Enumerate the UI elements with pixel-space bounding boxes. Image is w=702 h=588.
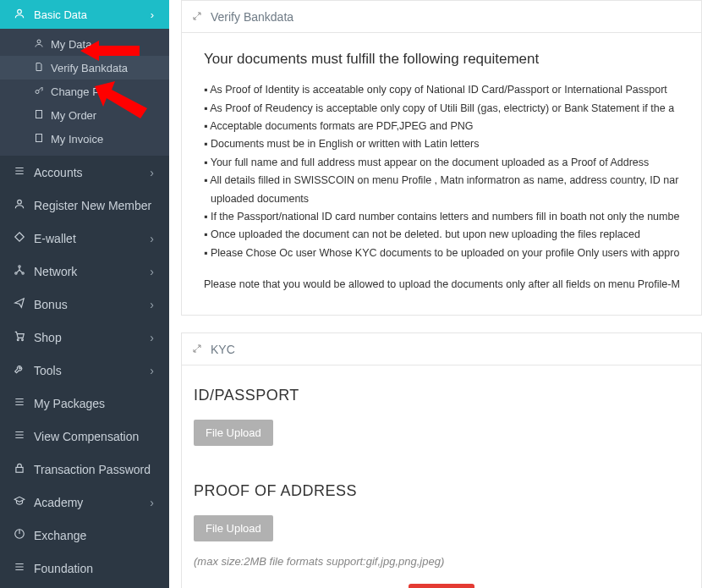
chevron-right-icon: › (150, 265, 154, 278)
panel-title: KYC (211, 343, 235, 356)
file-upload-button-id[interactable]: File Upload (194, 420, 273, 446)
svg-rect-4 (36, 134, 42, 141)
svg-point-0 (18, 9, 22, 14)
requirement-item: If the Passport/national ID card number … (204, 209, 679, 225)
list-icon (12, 165, 27, 179)
sidebar-item-bonus[interactable]: Bonus › (0, 288, 169, 321)
sidebar-item-transaction-password[interactable]: Transaction Password (0, 453, 169, 486)
sidebar-sub-my-data[interactable]: My Data (0, 32, 169, 56)
panel-body: ID/PASSPORT File Upload PROOF OF ADDRESS… (182, 365, 701, 588)
svg-rect-11 (16, 467, 23, 472)
sidebar-item-network[interactable]: Network › (0, 255, 169, 288)
chevron-right-icon: › (150, 232, 154, 245)
sidebar-sub-my-order[interactable]: My Order (0, 103, 169, 127)
user-icon (12, 8, 27, 22)
document-icon (32, 62, 46, 74)
document-icon (32, 133, 46, 146)
sidebar-item-label: Shop (34, 331, 62, 344)
panel-header: Verify Bankdata (182, 1, 701, 33)
user-icon (12, 198, 27, 212)
panel-header: KYC (182, 333, 701, 365)
user-icon (32, 38, 46, 51)
chevron-right-icon: › (151, 8, 154, 21)
sidebar-item-my-packages[interactable]: My Packages (0, 387, 169, 420)
svg-point-1 (37, 40, 41, 43)
sidebar-item-exchange[interactable]: Exchange (0, 519, 169, 552)
academy-icon (12, 495, 27, 509)
svg-point-6 (19, 266, 20, 267)
sidebar-item-tools[interactable]: Tools › (0, 354, 169, 387)
sidebar-sub-my-invoice[interactable]: My Invoice (0, 127, 169, 151)
requirement-item: All details filled in SWISSCOIN on menu … (204, 173, 679, 189)
power-icon (12, 528, 27, 542)
svg-point-2 (36, 90, 39, 93)
svg-point-5 (18, 200, 22, 204)
chevron-right-icon: › (150, 364, 154, 377)
panel-verify-bankdata: Verify Bankdata Your documents must fulf… (181, 0, 702, 316)
chevron-right-icon: › (150, 166, 154, 179)
lock-icon (12, 462, 27, 476)
requirement-item: Once uploaded the document can not be de… (204, 227, 679, 243)
key-icon (32, 85, 46, 98)
list-icon (12, 429, 27, 443)
requirement-item: As Proof of Reudency is acceptable only … (204, 101, 679, 117)
sidebar-sub-label: My Data (51, 38, 91, 51)
sidebar-item-label: Accounts (34, 166, 83, 179)
chevron-right-icon: › (150, 298, 154, 311)
svg-point-7 (15, 272, 17, 274)
panel-title: Verify Bankdata (211, 10, 293, 24)
requirement-item: Acceptable documents formats are PDF,JPE… (204, 118, 679, 135)
upload-hint: (max size:2MB file formats support:gif,j… (194, 553, 689, 570)
requirement-item: uploaded documents (211, 191, 679, 207)
sidebar-item-label: Network (34, 265, 77, 278)
section-proof-of-address: PROOF OF ADDRESS (194, 480, 689, 503)
sidebar-item-label: Exchange (34, 529, 86, 542)
sidebar-header-label: Basic Data (34, 8, 87, 21)
sidebar-item-label: Bonus (34, 298, 68, 311)
sidebar-item-ewallet[interactable]: E-wallet › (0, 222, 169, 255)
wrench-icon (12, 363, 27, 377)
sidebar-item-label: Academy (34, 496, 83, 509)
sidebar-item-label: Tools (34, 364, 62, 377)
panel-kyc: KYC ID/PASSPORT File Upload PROOF OF ADD… (181, 332, 702, 588)
main-content: Verify Bankdata Your documents must fulf… (169, 0, 702, 588)
svg-point-10 (22, 339, 24, 341)
sidebar-sub-label: My Invoice (51, 133, 103, 146)
requirement-item: Documents must be in English or written … (204, 136, 679, 152)
sidebar-sub-label: Change Pas... (51, 85, 120, 98)
sidebar-sub-label: Verify Bankdata (51, 62, 128, 74)
sidebar-item-label: View Compensation (34, 430, 139, 443)
sidebar-sub-label: My Order (51, 109, 96, 122)
sidebar-item-shop[interactable]: Shop › (0, 321, 169, 354)
sidebar-item-foundation[interactable]: Foundation (0, 552, 169, 585)
requirement-item: Please Chose Oc user Whose KYC documents… (204, 245, 679, 261)
sidebar-sub-verify-bankdata[interactable]: Verify Bankdata (0, 56, 169, 80)
expand-icon[interactable] (192, 10, 202, 24)
send-icon (12, 297, 27, 311)
chevron-right-icon: › (150, 331, 154, 344)
panel-body: Your documents must fulfill the followin… (182, 33, 701, 315)
sidebar-item-label: Foundation (34, 562, 93, 575)
svg-point-9 (17, 339, 19, 341)
cart-icon (12, 330, 27, 344)
expand-icon[interactable] (192, 343, 202, 356)
sidebar-item-accounts[interactable]: Accounts › (0, 156, 169, 189)
sidebar-header-basic-data[interactable]: Basic Data › (0, 0, 169, 29)
file-upload-button-address[interactable]: File Upload (194, 515, 273, 541)
sidebar-item-label: My Packages (34, 397, 105, 410)
sidebar-item-register-new-member[interactable]: Register New Member (0, 189, 169, 222)
sidebar-item-academy[interactable]: Academy › (0, 486, 169, 519)
network-icon (12, 264, 27, 278)
chevron-right-icon: › (150, 496, 154, 509)
sidebar-item-view-compensation[interactable]: View Compensation (0, 420, 169, 453)
sidebar-item-label: E-wallet (34, 232, 76, 245)
sidebar-sub-change-password[interactable]: Change Pas... (0, 80, 169, 103)
requirement-item: Your full name and full address must app… (204, 155, 679, 171)
list-icon (12, 561, 27, 575)
sidebar: Basic Data › My Data Verify Bankdata Cha… (0, 0, 169, 588)
section-id-passport: ID/PASSPORT (194, 384, 689, 408)
upload-button[interactable]: Upload (409, 584, 474, 588)
sidebar-item-label: Transaction Password (34, 463, 151, 476)
sidebar-subitems: My Data Verify Bankdata Change Pas... My… (0, 29, 169, 156)
list-icon (12, 396, 27, 410)
